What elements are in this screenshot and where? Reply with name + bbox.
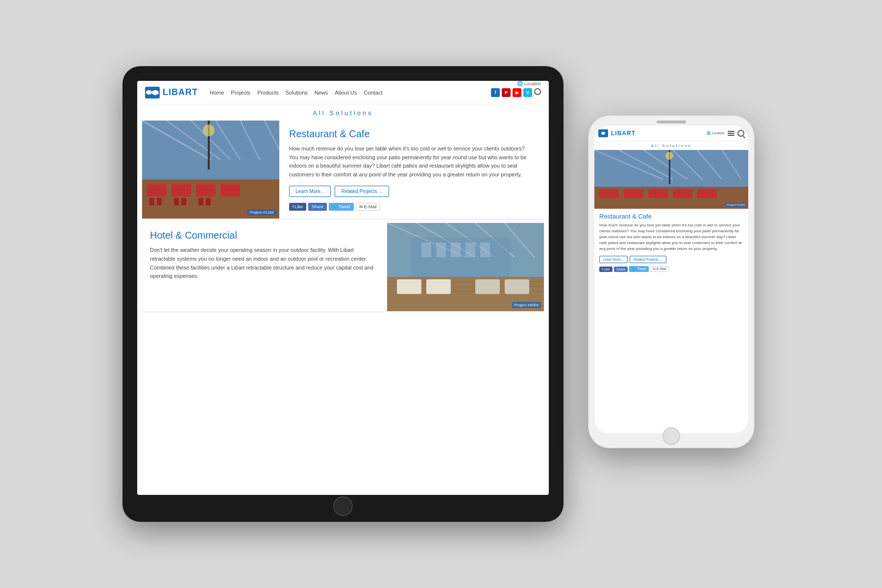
restaurant-title: Restaurant & Cafe [289, 128, 534, 140]
related-projects-button[interactable]: Related Projects ... [335, 186, 389, 197]
hotel-desc: Don't let the weather decide your operat… [150, 246, 379, 280]
nav-solutions[interactable]: Solutions [286, 90, 308, 96]
svg-rect-48 [599, 189, 619, 198]
restaurant-buttons: Learn More... Related Projects ... [289, 186, 534, 197]
phone-page-title: All Solutions [594, 141, 748, 150]
phone-content: Restaurant & Cafe How much revenue do yo… [594, 209, 748, 276]
svg-rect-52 [697, 189, 717, 198]
scene: 🌐 Location LIBART Home Projects Products [98, 37, 784, 551]
svg-rect-38 [466, 243, 475, 257]
tweet-label: Tweet [339, 204, 350, 209]
phone-search-icon[interactable] [737, 130, 744, 137]
email-icon: ✉ [359, 204, 363, 209]
svg-rect-33 [505, 279, 529, 294]
phone-email-button[interactable]: ✉ E-Mail [650, 266, 669, 272]
svg-rect-51 [673, 189, 692, 198]
hotel-svg [387, 223, 544, 311]
phone-solution-title: Restaurant & Cafe [599, 213, 743, 220]
svg-rect-49 [624, 189, 643, 198]
like-label: Like [295, 204, 303, 209]
restaurant-content: Restaurant & Cafe How much revenue do yo… [279, 121, 544, 219]
svg-rect-50 [648, 189, 668, 198]
svg-rect-32 [475, 279, 500, 294]
logo-text[interactable]: LIBART [163, 87, 198, 98]
tablet-screen: 🌐 Location LIBART Home Projects Products [137, 81, 549, 495]
svg-rect-14 [174, 198, 179, 205]
restaurant-svg [142, 121, 279, 219]
phone-location: 🌐 Location [707, 131, 725, 135]
restaurant-desc: How much revenue do you lose per table w… [289, 145, 534, 179]
phone-header: LIBART 🌐 Location [594, 125, 748, 141]
phone-tweet-label: Tweet [637, 267, 646, 270]
svg-point-54 [665, 152, 673, 160]
hotel-title: Hotel & Commercial [150, 230, 379, 241]
phone-website: LIBART 🌐 Location [594, 125, 748, 433]
hotel-photo [387, 223, 544, 311]
nav-contact[interactable]: Contact [364, 90, 383, 96]
phone-related-projects-button[interactable]: Related Projects ... [630, 256, 666, 263]
nav-home[interactable]: Home [210, 90, 224, 96]
location-label: Location [524, 81, 541, 86]
svg-rect-30 [397, 279, 421, 294]
hamburger-menu-button[interactable] [728, 131, 735, 136]
nav-about[interactable]: About Us [335, 90, 357, 96]
search-icon[interactable] [534, 88, 541, 95]
main-nav: Home Projects Products Solutions News Ab… [210, 90, 491, 96]
svg-rect-16 [198, 198, 203, 205]
solution-hotel: Project #6009 Hotel & Commercial Don't l… [142, 223, 544, 312]
fb-icon: f [293, 204, 294, 209]
solution-restaurant: Project #1184 Restaurant & Cafe How much… [142, 121, 544, 219]
phone-fb-share-button[interactable]: Share [614, 267, 628, 272]
share-label: Share [312, 204, 323, 209]
learn-more-button[interactable]: Learn More... [289, 186, 331, 197]
svg-rect-10 [196, 184, 216, 196]
svg-rect-35 [421, 243, 431, 257]
tablet-device: 🌐 Location LIBART Home Projects Products [122, 66, 564, 522]
phone-social-bar: f Like Share 🐦 Tweet ✉ E-Mail [599, 266, 743, 272]
content-area: Project #1184 Restaurant & Cafe How much… [137, 121, 549, 495]
svg-rect-12 [149, 198, 154, 205]
restaurant-project-label: Project #1184 [247, 209, 276, 216]
nav-products[interactable]: Products [257, 90, 278, 96]
tablet-website: 🌐 Location LIBART Home Projects Products [137, 81, 549, 495]
phone-solution-desc: How much revenue do you lose per table w… [599, 222, 743, 252]
twitter-tweet-button[interactable]: 🐦 Tweet [329, 203, 354, 211]
phone-screen: LIBART 🌐 Location [594, 125, 748, 433]
phone-location-label: Location [712, 131, 725, 135]
tablet-home-button[interactable] [333, 496, 353, 516]
page-title: All Solutions [137, 104, 549, 121]
hotel-image: Project #6009 [387, 223, 544, 311]
phone-home-button[interactable] [662, 427, 680, 445]
svg-rect-37 [451, 243, 461, 257]
restaurant-photo [142, 121, 279, 219]
phone-logo-icon [598, 129, 608, 137]
email-label: E-Mail [364, 204, 377, 209]
nav-news[interactable]: News [315, 90, 328, 96]
phone-learn-more-button[interactable]: Learn More... [599, 256, 628, 263]
phone-share-label: Share [616, 268, 626, 271]
pinterest-icon[interactable]: P [502, 88, 511, 97]
email-button[interactable]: ✉ E-Mail [356, 203, 380, 211]
restaurant-social-bar: f Like Share 🐦 Tweet [289, 203, 534, 211]
phone-buttons: Learn More... Related Projects ... [599, 256, 743, 263]
svg-rect-36 [436, 243, 446, 257]
facebook-like-button[interactable]: f Like [289, 203, 306, 211]
tw-icon: 🐦 [332, 204, 338, 209]
svg-rect-11 [220, 184, 240, 196]
logo-area[interactable]: LIBART [145, 87, 198, 98]
svg-rect-8 [147, 184, 167, 196]
nav-projects[interactable]: Projects [231, 90, 250, 96]
phone-logo-text[interactable]: LIBART [611, 130, 704, 137]
youtube-icon[interactable]: ▶ [513, 88, 521, 97]
facebook-icon[interactable]: f [491, 88, 500, 97]
facebook-share-button[interactable]: Share [308, 203, 327, 211]
phone-like-label: Like [604, 268, 610, 271]
phone-twitter-button[interactable]: 🐦 Tweet [629, 266, 649, 272]
phone-fb-like-button[interactable]: f Like [599, 267, 612, 272]
hotel-project-label: Project #6009 [512, 302, 541, 308]
logo-icon [145, 87, 160, 98]
svg-rect-13 [157, 198, 162, 205]
vimeo-icon[interactable]: V [523, 88, 532, 97]
tablet-header: 🌐 Location LIBART Home Projects Products [137, 81, 549, 104]
phone-restaurant-svg [594, 150, 748, 209]
